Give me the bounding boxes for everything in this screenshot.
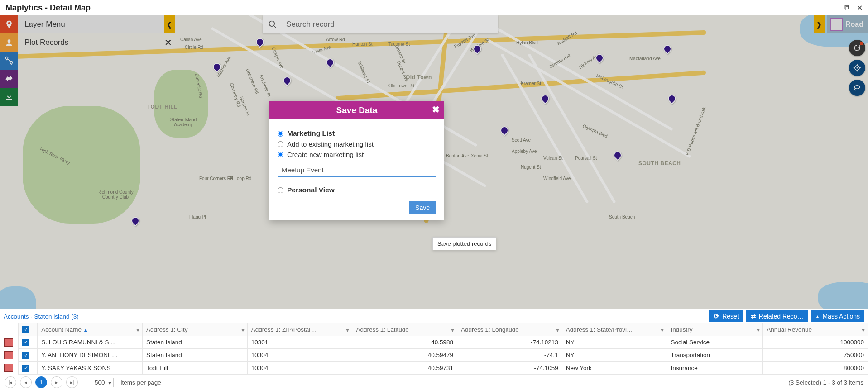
col-lon[interactable]: Address 1: Longitude▾	[457, 323, 562, 336]
col-label: Annual Revenue	[767, 326, 812, 333]
filter-icon[interactable]: ▾	[241, 326, 245, 333]
reset-button[interactable]: Reset	[709, 310, 743, 322]
col-industry[interactable]: Industry▾	[667, 323, 763, 336]
cell: S. LOUIS RAMUNNI & S…	[38, 336, 143, 349]
save-data-modal: Save Data ✖ Marketing List Add to existi…	[269, 101, 444, 220]
filter-icon[interactable]: ▾	[136, 326, 139, 333]
col-label: Address 1: Longitude	[461, 326, 519, 333]
col-zip[interactable]: Address 1: ZIP/Postal …▾	[247, 323, 352, 336]
cell: Social Service	[667, 336, 763, 349]
cell: Transportation	[667, 349, 763, 361]
cell: -74.1059	[457, 361, 562, 374]
cell: 40.59479	[352, 349, 457, 361]
data-grid: ✓ Account Name ▲▾ Address 1: City▾ Addre…	[18, 323, 868, 375]
radio-create-new[interactable]: Create new marketing list	[278, 151, 436, 158]
modal-header: Save Data ✖	[269, 101, 444, 119]
col-city[interactable]: Address 1: City▾	[143, 323, 248, 336]
row-checkbox[interactable]: ✓	[22, 352, 29, 359]
cell: Staten Island	[143, 336, 248, 349]
cell: 40.5988	[352, 336, 457, 349]
map-area: TODT HILL Old Town SOUTH BEACH South Bea…	[0, 15, 868, 309]
radio-label: Create new marketing list	[287, 151, 364, 158]
radio-add-existing[interactable]: Add to existing marketing list	[278, 140, 436, 148]
radio-personal-view[interactable]: Personal View	[278, 186, 436, 194]
btn-label: Reset	[722, 313, 739, 320]
per-page-label: items per page	[121, 379, 161, 386]
col-revenue[interactable]: Annual Revenue▾	[763, 323, 868, 336]
grid-header-row: ✓ Account Name ▲▾ Address 1: City▾ Addre…	[19, 323, 868, 336]
row-action-column	[0, 323, 18, 375]
cell: 10304	[247, 361, 352, 374]
cell: 40.59731	[352, 361, 457, 374]
save-button[interactable]: Save	[409, 201, 436, 214]
mass-actions-button[interactable]: Mass Actions	[811, 310, 864, 322]
row-bulk-icon[interactable]	[0, 337, 18, 349]
reset-icon	[714, 312, 719, 320]
select-all-header[interactable]: ✓	[19, 323, 38, 336]
radio-label: Marketing List	[287, 129, 335, 138]
filter-icon[interactable]: ▾	[862, 326, 865, 333]
pager-summary: (3 Selected) 1 - 3 of 3 items	[788, 379, 863, 386]
col-lat[interactable]: Address 1: Latitude▾	[352, 323, 457, 336]
cell: NY	[562, 336, 667, 349]
btn-label: Related Reco…	[759, 313, 804, 320]
col-label: Account Name	[41, 326, 82, 333]
filter-icon[interactable]: ▾	[556, 326, 559, 333]
pager-first[interactable]: |◂	[5, 376, 16, 388]
filter-icon[interactable]: ▾	[346, 326, 349, 333]
cell: Staten Island	[143, 349, 248, 361]
swap-icon	[751, 313, 756, 320]
grid-title-link[interactable]: Accounts - Staten island (3)	[4, 313, 705, 320]
radio-label: Add to existing marketing list	[287, 140, 374, 148]
table-row[interactable]: ✓ Y. SAKY YAKAS & SONS Todt Hill 10304 4…	[19, 361, 868, 374]
cell: 10301	[247, 336, 352, 349]
col-label: Address 1: Latitude	[356, 326, 408, 333]
cell: Y. SAKY YAKAS & SONS	[38, 361, 143, 374]
modal-close-icon[interactable]: ✖	[432, 104, 440, 115]
cell: New York	[562, 361, 667, 374]
col-state[interactable]: Address 1: State/Provi…▾	[562, 323, 667, 336]
col-label: Address 1: State/Provi…	[566, 326, 633, 333]
pager-current[interactable]: 1	[35, 376, 47, 388]
app-title: Maplytics - Detail Map	[5, 3, 91, 13]
row-checkbox[interactable]: ✓	[22, 365, 29, 372]
grid-area: Accounts - Staten island (3) Reset Relat…	[0, 309, 868, 390]
row-checkbox[interactable]: ✓	[22, 339, 29, 346]
table-row[interactable]: ✓ Y. ANTHONY DESIMONE… Staten Island 103…	[19, 349, 868, 361]
cell: Y. ANTHONY DESIMONE…	[38, 349, 143, 361]
filter-icon[interactable]: ▾	[451, 326, 454, 333]
col-label: Address 1: ZIP/Postal …	[251, 326, 318, 333]
cell: Todt Hill	[143, 361, 248, 374]
cell: -74.1	[457, 349, 562, 361]
col-account-name[interactable]: Account Name ▲▾	[38, 323, 143, 336]
radio-label: Personal View	[287, 186, 335, 194]
row-bulk-icon[interactable]	[0, 362, 18, 375]
row-bulk-icon[interactable]	[0, 349, 18, 362]
col-label: Industry	[671, 326, 692, 333]
cell: 800000	[763, 361, 868, 374]
cell: 750000	[763, 349, 868, 361]
filter-icon[interactable]: ▾	[661, 326, 664, 333]
col-label: Address 1: City	[146, 326, 188, 333]
btn-label: Mass Actions	[823, 313, 860, 320]
save-tooltip: Save plotted records	[432, 237, 496, 250]
table-row[interactable]: ✓ S. LOUIS RAMUNNI & S… Staten Island 10…	[19, 336, 868, 349]
pager: |◂ ◂ 1 ▸ ▸| 500 items per page (3 Select…	[0, 375, 868, 390]
title-bar: Maplytics - Detail Map ⧉ ✕	[0, 0, 868, 15]
related-records-button[interactable]: Related Reco…	[746, 310, 808, 322]
popout-icon[interactable]: ⧉	[844, 4, 849, 12]
page-size-select[interactable]: 500	[91, 378, 114, 387]
pager-prev[interactable]: ◂	[20, 376, 32, 388]
cell: Insurance	[667, 361, 763, 374]
cell: 1000000	[763, 336, 868, 349]
cell: 10304	[247, 349, 352, 361]
cell: NY	[562, 349, 667, 361]
radio-marketing-list[interactable]: Marketing List	[278, 129, 436, 138]
cell: -74.10213	[457, 336, 562, 349]
close-window-icon[interactable]: ✕	[857, 4, 863, 12]
pager-last[interactable]: ▸|	[66, 376, 78, 388]
pager-next[interactable]: ▸	[51, 376, 62, 388]
sort-asc-icon: ▲	[83, 327, 88, 333]
new-list-name-input[interactable]	[278, 163, 436, 177]
filter-icon[interactable]: ▾	[757, 326, 760, 333]
